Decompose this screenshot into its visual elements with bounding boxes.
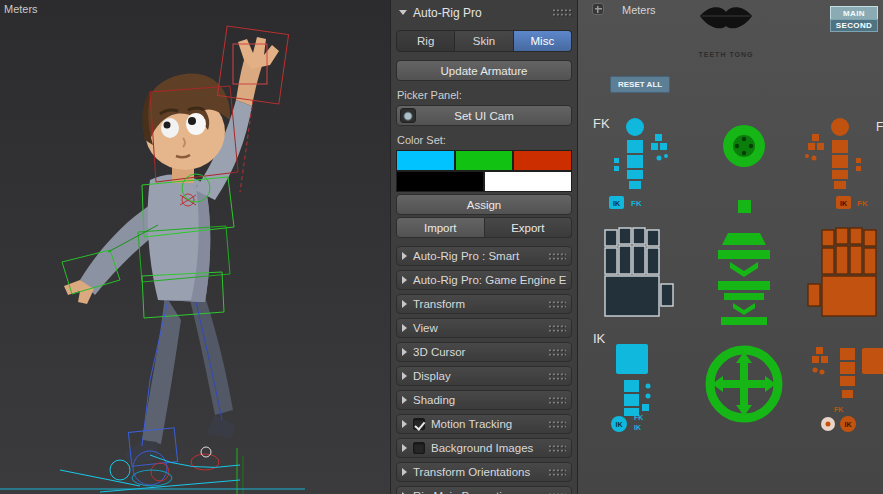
camera-icon bbox=[400, 108, 416, 123]
chevron-right-icon bbox=[402, 468, 407, 476]
tab-row: Rig Skin Misc bbox=[396, 30, 572, 52]
tab-skin[interactable]: Skin bbox=[455, 30, 513, 52]
fk-left-arm-picker[interactable] bbox=[609, 118, 668, 209]
section-background-images[interactable]: Background Images bbox=[396, 438, 572, 458]
chevron-right-icon bbox=[402, 444, 407, 452]
export-button[interactable]: Export bbox=[485, 217, 573, 238]
properties-panel: Auto-Rig Pro Rig Skin Misc Update Armatu… bbox=[390, 0, 578, 494]
viewport-unit-label: Meters bbox=[4, 3, 38, 15]
ik-badge-label[interactable]: IK bbox=[840, 200, 847, 207]
section-display[interactable]: Display bbox=[396, 366, 572, 386]
grip-icon[interactable] bbox=[548, 444, 566, 452]
chevron-right-icon bbox=[402, 252, 407, 260]
set-ui-cam-button[interactable]: Set UI Cam bbox=[396, 105, 572, 126]
3d-scene bbox=[0, 0, 390, 494]
color-swatch-row-2 bbox=[396, 171, 572, 192]
color-swatch-green[interactable] bbox=[455, 150, 514, 171]
set-ui-cam-label: Set UI Cam bbox=[454, 110, 513, 122]
root-control-picker[interactable] bbox=[710, 350, 778, 418]
ik-left-leg-picker[interactable] bbox=[611, 344, 651, 432]
chevron-right-icon bbox=[402, 324, 407, 332]
section-label: Background Images bbox=[431, 442, 533, 454]
assign-button[interactable]: Assign bbox=[396, 194, 572, 215]
grip-icon[interactable] bbox=[548, 300, 566, 308]
ik-right-leg-picker[interactable] bbox=[812, 347, 883, 432]
grip-icon[interactable] bbox=[548, 396, 566, 404]
chevron-right-icon bbox=[402, 348, 407, 356]
grip-icon[interactable] bbox=[548, 468, 566, 476]
head-spine-picker[interactable] bbox=[718, 125, 770, 325]
fk-badge-label[interactable]: FK bbox=[857, 199, 868, 208]
section-label: View bbox=[413, 322, 438, 334]
section-shading[interactable]: Shading bbox=[396, 390, 572, 410]
section-auto-rig-pro-smart[interactable]: Auto-Rig Pro : Smart bbox=[396, 246, 572, 266]
checkbox-checked-icon[interactable] bbox=[413, 418, 425, 430]
left-hand-picker[interactable] bbox=[605, 228, 673, 316]
section-motion-tracking[interactable]: Motion Tracking bbox=[396, 414, 572, 434]
tab-rig[interactable]: Rig bbox=[396, 30, 455, 52]
section-transform-orientations[interactable]: Transform Orientations bbox=[396, 462, 572, 482]
picker-viewport[interactable]: Meters MAIN SECOND RESET ALL FK IK TEETH… bbox=[578, 0, 883, 494]
section-rig-main-properties[interactable]: Rig Main Properties bbox=[396, 486, 572, 494]
import-export-row: Import Export bbox=[396, 217, 572, 238]
fk-edge-label: F bbox=[876, 120, 883, 134]
ik-badge-label[interactable]: IK bbox=[616, 421, 623, 428]
section-label: Transform bbox=[413, 298, 465, 310]
right-hand-picker[interactable] bbox=[808, 228, 876, 316]
ik-label: IK bbox=[593, 331, 605, 346]
section-label: Auto-Rig Pro: Game Engine E bbox=[413, 274, 566, 286]
section-label: Auto-Rig Pro : Smart bbox=[413, 250, 519, 262]
picker-shapes: TEETH TONG IK FK bbox=[578, 0, 883, 494]
grip-icon[interactable] bbox=[548, 252, 566, 260]
section-label: Motion Tracking bbox=[431, 418, 512, 430]
teeth-tongue-label[interactable]: TEETH TONG bbox=[699, 51, 754, 58]
layer-button-stack: MAIN SECOND bbox=[830, 6, 878, 32]
section-label: Rig Main Properties bbox=[413, 490, 514, 494]
tab-misc[interactable]: Misc bbox=[514, 30, 572, 52]
panel-title: Auto-Rig Pro bbox=[413, 6, 482, 20]
section-transform[interactable]: Transform bbox=[396, 294, 572, 314]
section-label: Shading bbox=[413, 394, 455, 406]
fk-badge-label[interactable]: FK bbox=[631, 199, 642, 208]
fk-label: FK bbox=[593, 116, 610, 131]
import-button[interactable]: Import bbox=[396, 217, 485, 238]
second-layer-button[interactable]: SECOND bbox=[830, 19, 878, 32]
checkbox-unchecked-icon[interactable] bbox=[413, 442, 425, 454]
color-swatch-row-1 bbox=[396, 150, 572, 171]
grip-icon[interactable] bbox=[548, 372, 566, 380]
panel-header-auto-rig-pro[interactable]: Auto-Rig Pro bbox=[396, 3, 572, 22]
section-label: Transform Orientations bbox=[413, 466, 530, 478]
lips-picker[interactable] bbox=[700, 7, 752, 28]
grip-icon[interactable] bbox=[548, 324, 566, 332]
color-swatch-red[interactable] bbox=[513, 150, 572, 171]
fk-right-arm-picker[interactable] bbox=[805, 118, 861, 209]
chevron-right-icon bbox=[402, 372, 407, 380]
fk-badge-label[interactable]: FK bbox=[634, 414, 643, 421]
ik-badge-label[interactable]: IK bbox=[845, 421, 852, 428]
grip-icon[interactable] bbox=[548, 348, 566, 356]
section-auto-rig-pro-game-engine[interactable]: Auto-Rig Pro: Game Engine E bbox=[396, 270, 572, 290]
3d-viewport[interactable]: Meters bbox=[0, 0, 390, 494]
chevron-right-icon bbox=[402, 276, 407, 284]
section-label: 3D Cursor bbox=[413, 346, 465, 358]
color-swatch-white[interactable] bbox=[484, 171, 572, 192]
chevron-right-icon bbox=[402, 396, 407, 404]
section-view[interactable]: View bbox=[396, 318, 572, 338]
grip-icon[interactable] bbox=[548, 420, 566, 428]
main-layer-button[interactable]: MAIN bbox=[830, 6, 878, 19]
ik-badge-label[interactable]: IK bbox=[634, 424, 641, 431]
chevron-right-icon bbox=[402, 420, 407, 428]
chevron-right-icon bbox=[402, 300, 407, 308]
grip-icon[interactable] bbox=[552, 8, 572, 17]
reset-all-button[interactable]: RESET ALL bbox=[610, 76, 670, 93]
section-label: Display bbox=[413, 370, 451, 382]
chevron-down-icon bbox=[399, 10, 407, 15]
update-armature-button[interactable]: Update Armature bbox=[396, 60, 572, 81]
picker-panel-label: Picker Panel: bbox=[397, 89, 571, 102]
fk-badge-label[interactable]: FK bbox=[834, 406, 843, 413]
character-mesh bbox=[64, 37, 279, 465]
section-3d-cursor[interactable]: 3D Cursor bbox=[396, 342, 572, 362]
color-swatch-cyan[interactable] bbox=[396, 150, 455, 171]
color-swatch-black[interactable] bbox=[396, 171, 484, 192]
ik-badge-label[interactable]: IK bbox=[613, 200, 620, 207]
